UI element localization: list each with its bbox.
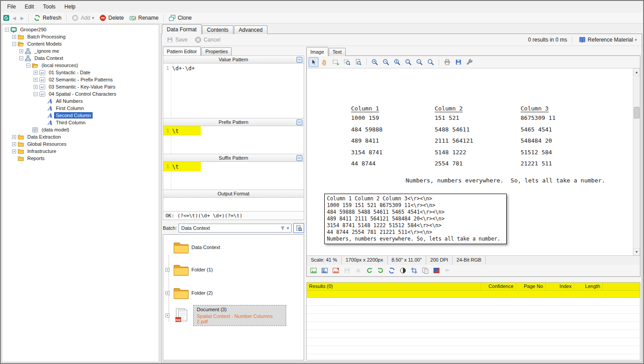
- collapse-expander-icon[interactable]: −: [26, 63, 30, 68]
- expand-expander-icon[interactable]: +: [12, 149, 16, 153]
- zoom-100-icon[interactable]: 1: [392, 57, 402, 67]
- prefix-pattern-editor[interactable]: 1 \t: [163, 126, 304, 154]
- expand-expander-icon[interactable]: +: [19, 49, 23, 53]
- results-column-index[interactable]: Index: [546, 283, 574, 290]
- expand-expander-icon[interactable]: +: [12, 142, 16, 146]
- copy-page-icon[interactable]: [421, 266, 430, 275]
- tab-pattern-editor[interactable]: Pattern Editor: [163, 47, 201, 55]
- image-sync-icon[interactable]: [387, 266, 396, 275]
- tab-contents[interactable]: Contents: [202, 25, 233, 34]
- collapse-expander-icon[interactable]: −: [5, 28, 9, 32]
- collapse-expander-icon[interactable]: −: [12, 42, 16, 46]
- tree-item-data-model[interactable]: +(data model): [2, 126, 159, 133]
- crop-icon[interactable]: [410, 266, 419, 275]
- zoom-out-icon[interactable]: −: [381, 57, 391, 67]
- collapse-expander-icon[interactable]: −: [19, 56, 23, 60]
- tree-item-third-column[interactable]: +AThird Column: [2, 119, 159, 126]
- expand-expander-icon[interactable]: +: [165, 268, 169, 272]
- zoom-free-icon[interactable]: [426, 57, 436, 67]
- expand-expander-icon[interactable]: +: [12, 135, 16, 139]
- results-column-results-0[interactable]: Results (0): [307, 283, 481, 290]
- app-icon[interactable]: [3, 14, 10, 21]
- image-mask-icon[interactable]: [331, 266, 340, 275]
- tree-item-first-column[interactable]: +AFirst Column: [2, 105, 159, 112]
- clone-button[interactable]: Clone: [166, 13, 194, 22]
- batch-item-data-context[interactable]: +Data Context: [165, 238, 302, 256]
- reference-material-button[interactable]: Reference Material ▾: [576, 35, 639, 44]
- tab-image[interactable]: Image: [306, 47, 328, 56]
- tree-item-01-syntactic-date[interactable]: +az01 Syntactic - Date: [2, 69, 159, 76]
- hand-icon[interactable]: [320, 57, 330, 67]
- value-pattern-editor[interactable]: 1 \d+·\d+: [163, 63, 304, 118]
- image-view-icon[interactable]: [309, 266, 318, 275]
- results-column-length[interactable]: Length: [574, 283, 603, 290]
- tab-data-format[interactable]: Data Format: [162, 24, 202, 34]
- selected-document[interactable]: Document (3)Spatial Context - Number Col…: [193, 305, 286, 326]
- combo-caret-icon[interactable]: ▾: [286, 226, 290, 230]
- tree-item-second-column[interactable]: +ASecond Column: [2, 112, 159, 119]
- expand-expander-icon[interactable]: +: [165, 291, 169, 295]
- rotate-cw-icon[interactable]: [376, 266, 385, 275]
- tree-item-batch-processing[interactable]: +Batch Processing: [2, 33, 159, 40]
- menu-tools[interactable]: Tools: [38, 1, 60, 12]
- tree-item-infrastructure[interactable]: +Infrastructure: [2, 148, 159, 155]
- scroll-down-icon[interactable]: ▼: [633, 248, 640, 255]
- export-icon[interactable]: [453, 57, 463, 67]
- rotate-ccw-icon[interactable]: [365, 266, 374, 275]
- output-format-editor[interactable]: [163, 198, 304, 211]
- zoom-in-icon[interactable]: +: [370, 57, 380, 67]
- expand-expander-icon[interactable]: +: [34, 71, 38, 75]
- tree-item-ignore-me[interactable]: +_ignore me: [2, 47, 159, 55]
- tree-item-content-models[interactable]: −Content Models: [2, 40, 159, 47]
- tree-item-grooper290[interactable]: −Grooper290: [2, 26, 159, 33]
- batch-item-document-3[interactable]: +PDFDocument (3)Spatial Context - Number…: [165, 306, 302, 324]
- invert-icon[interactable]: [432, 266, 441, 275]
- batch-combobox[interactable]: Data Context ▾: [178, 224, 292, 233]
- zoom-width-icon[interactable]: ↔: [415, 57, 424, 67]
- canvas-vertical-scrollbar[interactable]: ▲ ▼: [633, 68, 640, 255]
- tree-item-all-numbers[interactable]: +AAll Numbers: [2, 97, 159, 105]
- tree-item-global-resources[interactable]: +Global Resources: [2, 140, 159, 148]
- save-button[interactable]: Save: [164, 35, 190, 44]
- tree-item-data-context[interactable]: −Data Context: [2, 55, 159, 62]
- cancel-button[interactable]: Cancel: [192, 35, 222, 44]
- tab-properties[interactable]: Properties: [201, 47, 232, 55]
- batch-item-folder-2[interactable]: +Folder (2): [165, 284, 302, 302]
- document-canvas[interactable]: Column 1 Column 2 Column 3<\r><\n>1000 1…: [307, 68, 640, 255]
- expand-expander-icon[interactable]: +: [12, 35, 16, 39]
- tab-text[interactable]: Text: [329, 48, 346, 56]
- batch-open-button[interactable]: [293, 223, 304, 233]
- tab-advanced[interactable]: Advanced: [234, 25, 267, 34]
- tree-item-data-extraction[interactable]: +Data Extraction: [2, 133, 159, 140]
- zoom-rect-icon[interactable]: [342, 57, 352, 67]
- print-icon[interactable]: [442, 57, 452, 67]
- menu-file[interactable]: File: [3, 1, 20, 12]
- expand-expander-icon[interactable]: +: [165, 313, 169, 317]
- batch-item-folder-1[interactable]: +Folder (1): [165, 261, 302, 279]
- collapse-icon[interactable]: −: [297, 57, 302, 63]
- expand-expander-icon[interactable]: +: [34, 85, 38, 89]
- tree-item-reports[interactable]: +Reports: [2, 155, 159, 162]
- rename-button[interactable]: Rename: [127, 13, 161, 22]
- add-button[interactable]: Add ▾: [69, 13, 96, 22]
- nav-forward-icon[interactable]: ▶: [19, 15, 26, 21]
- tree-item-04-spatial-control-characters[interactable]: −az04 Spatial - Control Characters: [2, 90, 159, 97]
- tree-item-02-semantic-prefix-patterns[interactable]: +az02 Semantic - Prefix Patterns: [2, 76, 159, 83]
- tree-item-local-resources[interactable]: −(local resources): [2, 62, 159, 69]
- scroll-up-icon[interactable]: ▲: [633, 68, 640, 76]
- menu-help[interactable]: Help: [60, 1, 80, 12]
- tree-item-03-semantic-key-value-pairs[interactable]: +az03 Semantic - Key-Value Pairs: [2, 83, 159, 90]
- pointer-icon[interactable]: [309, 57, 318, 67]
- document-filename[interactable]: Spatial Context - Number Columns 2.pdf: [197, 313, 283, 324]
- expand-expander-icon[interactable]: +: [34, 78, 38, 82]
- delete-button[interactable]: Delete: [97, 13, 126, 22]
- suffix-pattern-editor[interactable]: 1 \t: [163, 162, 304, 190]
- image-levels-icon[interactable]: [320, 266, 329, 275]
- collapse-expander-icon[interactable]: −: [34, 92, 38, 96]
- tools-icon[interactable]: [465, 57, 475, 67]
- menu-edit[interactable]: Edit: [20, 1, 38, 12]
- collapse-icon[interactable]: −: [297, 155, 302, 161]
- nav-back-icon[interactable]: ◀: [11, 15, 18, 21]
- binarize-icon[interactable]: [398, 266, 407, 275]
- region-select-icon[interactable]: [331, 57, 341, 67]
